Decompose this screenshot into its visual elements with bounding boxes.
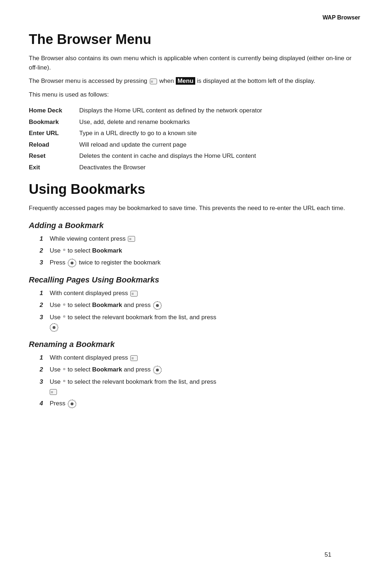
header-text: WAP Browser bbox=[322, 14, 360, 21]
intro2-post: is displayed at the bottom left of the d… bbox=[197, 77, 316, 84]
recall-step-num-1: 1 bbox=[40, 288, 50, 298]
step-num-3: 3 bbox=[40, 258, 50, 267]
renaming-bookmark-steps: 1 With content displayed press 2 Use ᵅ t… bbox=[40, 353, 360, 408]
menu-desc-home-deck: Displays the Home URL content as defined… bbox=[79, 105, 360, 116]
menu-row-enter-url: Enter URL Type in a URL directly to go t… bbox=[29, 128, 360, 139]
page-wrap: WAP Browser The Browser Menu The Browser… bbox=[29, 14, 360, 573]
step2-text-mid: to select bbox=[68, 247, 92, 254]
renaming-bookmark-title: Renaming a Bookmark bbox=[29, 340, 360, 349]
recall-step1-text-pre: With content displayed press bbox=[50, 290, 130, 297]
step3-text-pre: Press bbox=[50, 259, 67, 266]
menu-btn-icon-r1 bbox=[130, 291, 138, 297]
menu-button-icon bbox=[150, 79, 157, 84]
recall-step-2-content: Use ᵅ to select Bookmark and press bbox=[50, 300, 360, 310]
adding-step-2: 2 Use ᵅ to select Bookmark bbox=[40, 246, 360, 255]
recalling-step-3: 3 Use ᵅ to select the relevant bookmark … bbox=[40, 312, 360, 332]
menu-term-exit: Exit bbox=[29, 162, 79, 173]
menu-row-home-deck: Home Deck Displays the Home URL content … bbox=[29, 105, 360, 116]
updown-icon: ᵅ bbox=[63, 246, 65, 255]
rename-step-num-4: 4 bbox=[40, 398, 50, 408]
menu-tag: Menu bbox=[176, 77, 195, 85]
renaming-step-1: 1 With content displayed press bbox=[40, 353, 360, 362]
rename-step-2-content: Use ᵅ to select Bookmark and press bbox=[50, 365, 360, 374]
rename-step-num-3: 3 bbox=[40, 377, 50, 387]
menu-desc-exit: Deactivates the Browser bbox=[79, 162, 360, 173]
recall-step-1-content: With content displayed press bbox=[50, 288, 360, 298]
step-1-content: While viewing content press bbox=[50, 234, 360, 244]
recall-step3-text-post: to select the relevant bookmark from the… bbox=[68, 314, 216, 321]
intro2-mid: when bbox=[159, 77, 174, 84]
adding-bookmark-title: Adding a Bookmark bbox=[29, 221, 360, 230]
step-num-1: 1 bbox=[40, 234, 50, 244]
rename-step2-text-pre: Use bbox=[50, 366, 62, 373]
page-number: 51 bbox=[325, 551, 331, 558]
recall-step-num-2: 2 bbox=[40, 300, 50, 310]
menu-row-reset: Reset Deletes the content in cache and d… bbox=[29, 150, 360, 162]
adding-bookmark-steps: 1 While viewing content press 2 Use ᵅ to… bbox=[40, 234, 360, 268]
step1-text-pre: While viewing content press bbox=[50, 235, 127, 242]
using-bookmarks-title: Using Bookmarks bbox=[29, 182, 360, 197]
menu-term-bookmark: Bookmark bbox=[29, 116, 79, 128]
adding-step-3: 3 Press twice to register the bookmark bbox=[40, 258, 360, 267]
updown-icon-rn3: ᵅ bbox=[63, 377, 65, 387]
recall-step2-bold: Bookmark bbox=[92, 302, 122, 308]
renaming-step-2: 2 Use ᵅ to select Bookmark and press bbox=[40, 365, 360, 374]
rename-step3-text-post: to select the relevant bookmark from the… bbox=[68, 378, 216, 385]
rename-step2-text-mid: to select bbox=[68, 366, 92, 373]
rename-step-num-2: 2 bbox=[40, 365, 50, 374]
recalling-step-2: 2 Use ᵅ to select Bookmark and press bbox=[40, 300, 360, 310]
recall-step-num-3: 3 bbox=[40, 312, 50, 322]
rename-step-3-content: Use ᵅ to select the relevant bookmark fr… bbox=[50, 377, 360, 397]
browser-menu-intro1: The Browser also contains its own menu w… bbox=[29, 54, 360, 72]
renaming-step-3: 3 Use ᵅ to select the relevant bookmark … bbox=[40, 377, 360, 397]
menu-row-bookmark: Bookmark Use, add, delete and rename boo… bbox=[29, 116, 360, 128]
intro2-pre: The Browser menu is accessed by pressing bbox=[29, 77, 147, 84]
updown-icon-r3: ᵅ bbox=[63, 313, 65, 322]
menu-term-reset: Reset bbox=[29, 150, 79, 162]
recall-step2-text-pre: Use bbox=[50, 302, 62, 308]
renaming-step-4: 4 Press bbox=[40, 398, 360, 408]
adding-step-1: 1 While viewing content press bbox=[40, 234, 360, 244]
using-bookmarks-intro: Frequently accessed pages may be bookmar… bbox=[29, 204, 360, 213]
menu-term-reload: Reload bbox=[29, 139, 79, 151]
dot-circle-icon-rn2 bbox=[153, 366, 162, 374]
recalling-step-1: 1 With content displayed press bbox=[40, 288, 360, 298]
page-header: WAP Browser bbox=[29, 14, 360, 21]
menu-desc-reset: Deletes the content in cache and display… bbox=[79, 150, 360, 162]
rename-step4-text-pre: Press bbox=[50, 400, 67, 407]
recall-step2-text-mid: to select bbox=[68, 302, 92, 308]
step2-bold: Bookmark bbox=[92, 247, 122, 254]
menu-term-home-deck: Home Deck bbox=[29, 105, 79, 116]
recalling-bookmark-steps: 1 With content displayed press 2 Use ᵅ t… bbox=[40, 288, 360, 332]
rename-step-4-content: Press bbox=[50, 398, 360, 408]
step2-text-pre: Use bbox=[50, 247, 62, 254]
menu-row-exit: Exit Deactivates the Browser bbox=[29, 162, 360, 173]
menu-desc-reload: Will reload and update the current page bbox=[79, 139, 360, 151]
rename-step1-text-pre: With content displayed press bbox=[50, 354, 130, 361]
updown-icon-rn2: ᵅ bbox=[63, 365, 65, 375]
recall-step2-text-mid2: and press bbox=[124, 302, 152, 308]
updown-icon-r2: ᵅ bbox=[63, 301, 65, 310]
rename-step2-text-mid2: and press bbox=[124, 366, 152, 373]
rename-step2-bold: Bookmark bbox=[92, 366, 122, 373]
rename-step-num-1: 1 bbox=[40, 353, 50, 362]
menu-table: Home Deck Displays the Home URL content … bbox=[29, 105, 360, 173]
menu-btn-icon-rn3 bbox=[50, 389, 57, 395]
step-num-2: 2 bbox=[40, 246, 50, 255]
recalling-bookmarks-title: Recalling Pages Using Bookmarks bbox=[29, 275, 360, 285]
rename-step-1-content: With content displayed press bbox=[50, 353, 360, 362]
dot-circle-icon-r3 bbox=[50, 323, 58, 332]
step3-text-post: twice to register the bookmark bbox=[79, 259, 161, 266]
dot-circle-icon-rn4 bbox=[68, 400, 76, 408]
recall-step-3-content: Use ᵅ to select the relevant bookmark fr… bbox=[50, 312, 360, 332]
menu-btn-icon bbox=[128, 236, 135, 242]
dot-circle-icon-r2 bbox=[153, 301, 162, 310]
menu-desc-enter-url: Type in a URL directly to go to a known … bbox=[79, 128, 360, 139]
step-3-content: Press twice to register the bookmark bbox=[50, 258, 360, 267]
browser-menu-intro2: The Browser menu is accessed by pressing… bbox=[29, 76, 360, 86]
step-2-content: Use ᵅ to select Bookmark bbox=[50, 246, 360, 255]
browser-menu-intro3: This menu is used as follows: bbox=[29, 90, 360, 99]
browser-menu-title: The Browser Menu bbox=[29, 32, 360, 47]
menu-btn-icon-rn1 bbox=[130, 355, 138, 361]
menu-row-reload: Reload Will reload and update the curren… bbox=[29, 139, 360, 151]
